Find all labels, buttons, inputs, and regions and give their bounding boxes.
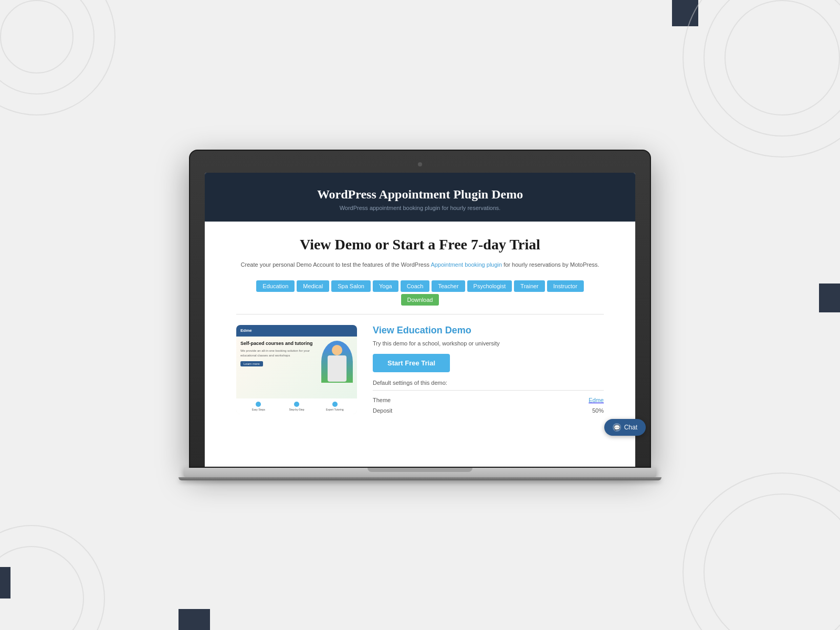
demo-person-illustration	[321, 341, 353, 383]
bg-square-4	[178, 609, 210, 630]
main-description: Create your personal Demo Account to tes…	[236, 260, 604, 270]
screen-body: View Demo or Start a Free 7-day Trial Cr…	[205, 222, 635, 426]
laptop-base-notch	[368, 468, 472, 472]
setting-deposit-value: 50%	[592, 407, 604, 414]
tab-psychologist[interactable]: Psychologist	[467, 280, 512, 292]
demo-description: Try this demo for a school, workshop or …	[373, 340, 604, 346]
demo-text-col: Self-paced courses and tutoring We provi…	[240, 341, 317, 394]
laptop-screen: WordPress Appointment Plugin Demo WordPr…	[205, 173, 635, 467]
section-divider	[236, 314, 604, 314]
bg-square-2	[819, 284, 840, 312]
footer-item-1: Easy Steps	[240, 402, 277, 411]
main-heading: View Demo or Start a Free 7-day Trial	[236, 236, 604, 253]
desc-after-link: for hourly reservations by MotoPress.	[502, 261, 599, 268]
setting-theme-link[interactable]: Edme	[589, 397, 604, 403]
footer-item-2: Step-by-Step	[279, 402, 315, 411]
camera-dot	[418, 162, 422, 166]
demo-image-inner: Edme Self-paced courses and tutoring We …	[236, 325, 357, 414]
demo-image-box: Edme Self-paced courses and tutoring We …	[236, 325, 357, 414]
demo-content: Edme Self-paced courses and tutoring We …	[236, 325, 604, 416]
footer-text-3: Expert Tutoring	[326, 408, 344, 411]
plugin-link[interactable]: Appointment booking plugin	[430, 261, 502, 268]
camera-bar	[205, 159, 635, 170]
chat-icon: 💬	[613, 423, 621, 432]
demo-image-cta: Learn more	[240, 361, 263, 366]
circle-tl-3	[0, 0, 74, 74]
footer-dot-1	[256, 402, 261, 407]
demo-image-header: Edme	[236, 325, 357, 337]
chat-button[interactable]: 💬 Chat	[604, 419, 635, 436]
demo-logo: Edme	[240, 328, 252, 333]
demo-title: View Education Demo	[373, 325, 604, 336]
demo-info: View Education Demo Try this demo for a …	[373, 325, 604, 416]
tab-education[interactable]: Education	[256, 280, 295, 292]
laptop-screen-bezel: WordPress Appointment Plugin Demo WordPr…	[189, 150, 651, 468]
demo-image-footer: Easy Steps Step-by-Step Expert Tutoring	[236, 398, 357, 414]
demo-image-heading: Self-paced courses and tutoring	[240, 341, 317, 347]
start-trial-button[interactable]: Start Free Trial	[373, 354, 450, 372]
footer-text-2: Step-by-Step	[289, 408, 304, 411]
setting-theme-value: Edme	[589, 397, 604, 403]
circle-tr-3	[724, 0, 840, 116]
demo-image-body: Self-paced courses and tutoring We provi…	[236, 337, 357, 398]
tab-yoga[interactable]: Yoga	[373, 280, 398, 292]
site-subtitle: WordPress appointment booking plugin for…	[215, 205, 625, 211]
tab-teacher[interactable]: Teacher	[432, 280, 465, 292]
setting-theme-label: Theme	[373, 397, 391, 403]
screen-header: WordPress Appointment Plugin Demo WordPr…	[205, 173, 635, 222]
desc-before-link: Create your personal Demo Account to tes…	[241, 261, 431, 268]
footer-dot-2	[294, 402, 299, 407]
laptop-feet	[178, 477, 662, 480]
demo-image-sub: We provide an all-in-one booking solutio…	[240, 349, 317, 358]
settings-divider	[373, 390, 604, 391]
laptop-base	[184, 468, 656, 477]
footer-text-1: Easy Steps	[252, 408, 265, 411]
tab-trainer[interactable]: Trainer	[514, 280, 544, 292]
settings-row-deposit: Deposit 50%	[373, 405, 604, 416]
default-settings-label: Default settings of this demo:	[373, 380, 604, 386]
tab-instructor[interactable]: Instructor	[547, 280, 584, 292]
chat-label: Chat	[624, 424, 635, 431]
tab-coach[interactable]: Coach	[401, 280, 430, 292]
setting-deposit-label: Deposit	[373, 407, 392, 414]
settings-row-theme: Theme Edme	[373, 395, 604, 405]
laptop-wrapper: WordPress Appointment Plugin Demo WordPr…	[184, 150, 656, 480]
site-title: WordPress Appointment Plugin Demo	[215, 187, 625, 202]
tab-spa-salon[interactable]: Spa Salon	[331, 280, 371, 292]
tabs-row: Education Medical Spa Salon Yoga Coach T…	[236, 280, 604, 306]
tab-download[interactable]: Download	[401, 294, 439, 306]
footer-item-3: Expert Tutoring	[317, 402, 353, 411]
footer-dot-3	[332, 402, 338, 407]
tab-medical[interactable]: Medical	[297, 280, 329, 292]
